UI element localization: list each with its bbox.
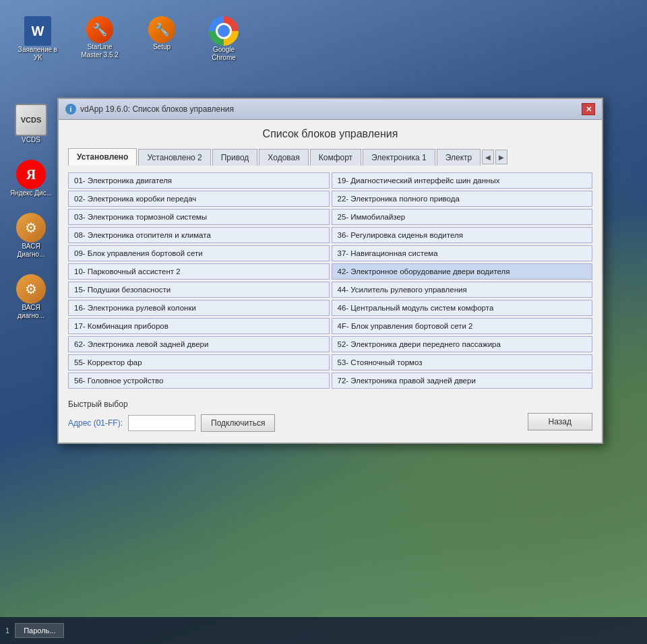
control-item-4f[interactable]: 4F- Блок управления бортовой сети 2 [332, 318, 593, 334]
control-item-08[interactable]: 08- Электроника отопителя и климата [68, 227, 330, 243]
quick-select-section: Быстрый выбор Адрес (01-FF): Подключитьс… [68, 395, 592, 434]
dialog-content: Список блоков управления Установлено Уст… [59, 120, 602, 443]
top-icon-row: W Заявление в УК 🔧 StarLine Master 3.5.2… [0, 7, 647, 71]
control-item-03[interactable]: 03- Электроника тормозной системы [68, 209, 330, 225]
vasya1-icon-label: ВАСЯ Диагно... [9, 243, 53, 259]
control-item-22[interactable]: 22- Электроника полного привода [332, 191, 593, 207]
chrome-icon [209, 16, 239, 46]
quick-select-label: Быстрый выбор [68, 399, 592, 409]
control-item-10[interactable]: 10- Парковочный ассистент 2 [68, 263, 330, 280]
taskbar-number: 1 [5, 626, 9, 635]
tab-nav-prev[interactable]: ◀ [482, 150, 494, 164]
starline-icon-label: StarLine Master 3.5.2 [78, 43, 121, 59]
items-grid: 01- Электроника двигателя 19- Диагностич… [68, 172, 592, 389]
tab-electronics-short[interactable]: Электр [437, 149, 481, 166]
starline-icon: 🔧 [86, 16, 113, 43]
dialog-main-title: Список блоков управления [68, 128, 592, 140]
control-item-09[interactable]: 09- Блок управления бортовой сети [68, 245, 330, 261]
taskbar-item[interactable]: Пароль... [15, 623, 64, 638]
desktop-icon-setup[interactable]: 🔧 Setup [137, 13, 186, 54]
vasya1-icon: ⚙ [16, 213, 46, 243]
dialog-title-left: i vdApp 19.6.0: Список блоков управления [65, 104, 234, 115]
control-item-56[interactable]: 56- Головное устройство [68, 373, 330, 389]
dialog-close-button[interactable]: ✕ [582, 103, 595, 115]
word-icon-label: Заявление в УК [16, 46, 59, 62]
dialog-window: i vdApp 19.6.0: Список блоков управления… [57, 98, 603, 444]
control-item-37[interactable]: 37- Навигационная система [332, 245, 593, 261]
dialog-title-text: vdApp 19.6.0: Список блоков управления [80, 104, 234, 114]
control-item-36[interactable]: 36- Регулировка сиденья водителя [332, 227, 593, 243]
control-item-55[interactable]: 55- Корректор фар [68, 354, 330, 371]
control-item-02[interactable]: 02- Электроника коробки передач [68, 191, 330, 207]
chrome-icon-label: Google Chrome [202, 46, 245, 62]
vcds-icon: VCDS [15, 104, 47, 136]
control-item-46[interactable]: 46- Центральный модуль систем комфорта [332, 300, 593, 316]
side-icon-column: VCDS VCDS Я Яндекс Дис... ⚙ ВАСЯ Диагно.… [7, 101, 55, 323]
address-input[interactable] [128, 415, 195, 431]
tab-chassis[interactable]: Ходовая [259, 149, 308, 166]
word-icon: W [24, 16, 51, 46]
tab-installed[interactable]: Установлено [68, 148, 137, 166]
setup-icon-label: Setup [153, 43, 171, 51]
tab-drive[interactable]: Привод [212, 149, 258, 166]
control-item-42[interactable]: 42- Электронное оборудование двери водит… [332, 263, 593, 280]
address-label: Адрес (01-FF): [68, 418, 123, 428]
quick-select-row: Адрес (01-FF): Подключиться [68, 414, 275, 432]
control-item-17[interactable]: 17- Комбинация приборов [68, 318, 330, 334]
control-item-44[interactable]: 44- Усилитель рулевого управления [332, 282, 593, 298]
control-item-01[interactable]: 01- Электроника двигателя [68, 172, 330, 189]
desktop-icon-starline[interactable]: 🔧 StarLine Master 3.5.2 [75, 13, 124, 62]
yandex-icon: Я [16, 160, 46, 189]
desktop-icon-chrome[interactable]: Google Chrome [199, 13, 248, 65]
vasya2-icon-label: ВАСЯ диагно... [9, 304, 53, 320]
tabs-container: Установлено Установлено 2 Привод Ходовая… [68, 148, 592, 166]
control-item-52[interactable]: 52- Электроника двери переднего пассажир… [332, 336, 593, 352]
control-item-15[interactable]: 15- Подушки безопасности [68, 282, 330, 298]
desktop-icon-yandex[interactable]: Я Яндекс Дис... [7, 157, 55, 200]
control-item-16[interactable]: 16- Электроника рулевой колонки [68, 300, 330, 316]
vasya2-icon: ⚙ [16, 274, 46, 304]
control-item-62[interactable]: 62- Электроника левой задней двери [68, 336, 330, 352]
control-item-19[interactable]: 19- Диагностический интерфейс шин данных [332, 172, 593, 189]
desktop-icon-word[interactable]: W Заявление в УК [13, 13, 62, 65]
tab-comfort[interactable]: Комфорт [310, 149, 361, 166]
bottom-row: Адрес (01-FF): Подключиться Назад [68, 412, 592, 432]
desktop-icon-vasya2[interactable]: ⚙ ВАСЯ диагно... [7, 271, 55, 323]
control-item-72[interactable]: 72- Электроника правой задней двери [332, 373, 593, 389]
dialog-titlebar: i vdApp 19.6.0: Список блоков управления… [59, 99, 602, 120]
taskbar: 1 Пароль... [0, 617, 647, 644]
vcds-icon-label: VCDS [22, 136, 40, 144]
tab-electronics1[interactable]: Электроника 1 [363, 149, 435, 166]
dialog-app-icon: i [65, 104, 76, 115]
tab-nav-next[interactable]: ▶ [495, 150, 507, 164]
setup-icon: 🔧 [148, 16, 175, 43]
back-button[interactable]: Назад [528, 413, 592, 430]
control-item-53[interactable]: 53- Стояночный тормоз [332, 354, 593, 371]
tab-installed2[interactable]: Установлено 2 [138, 149, 210, 166]
yandex-icon-label: Яндекс Дис... [10, 189, 52, 197]
control-item-25[interactable]: 25- Иммобилайзер [332, 209, 593, 225]
desktop: W Заявление в УК 🔧 StarLine Master 3.5.2… [0, 0, 647, 644]
connect-button[interactable]: Подключиться [201, 414, 275, 432]
desktop-icon-vasya1[interactable]: ⚙ ВАСЯ Диагно... [7, 210, 55, 261]
desktop-icon-vcds[interactable]: VCDS VCDS [7, 101, 55, 147]
